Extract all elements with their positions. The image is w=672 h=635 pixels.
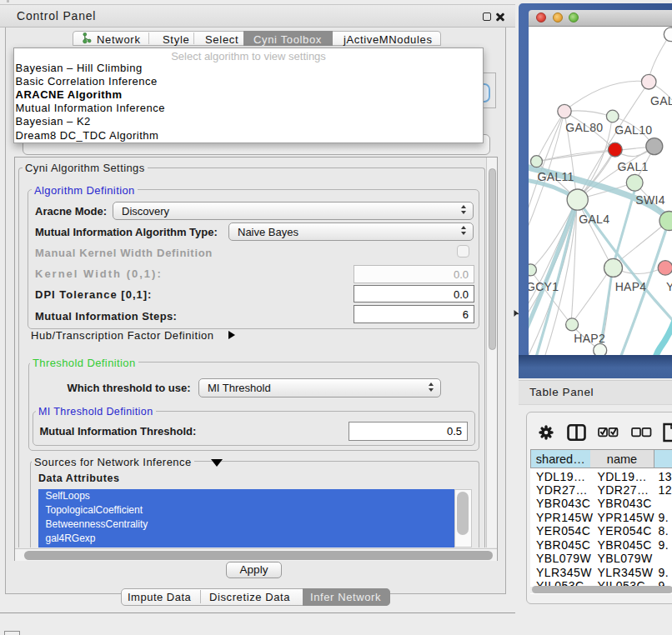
svg-text:GCY1: GCY1 <box>529 280 559 293</box>
svg-text:GAL10: GAL10 <box>614 123 652 137</box>
svg-text:HAP2: HAP2 <box>574 332 605 345</box>
svg-text:GAL2: GAL2 <box>650 94 672 108</box>
svg-text:HAP4: HAP4 <box>615 280 647 293</box>
svg-text:GAL1: GAL1 <box>618 160 649 173</box>
svg-text:SWI4: SWI4 <box>635 193 664 207</box>
svg-text:Y: Y <box>666 280 672 293</box>
svg-text:GAL4: GAL4 <box>579 212 609 226</box>
svg-text:GAL11: GAL11 <box>538 170 574 183</box>
svg-text:GAL80: GAL80 <box>565 121 603 134</box>
